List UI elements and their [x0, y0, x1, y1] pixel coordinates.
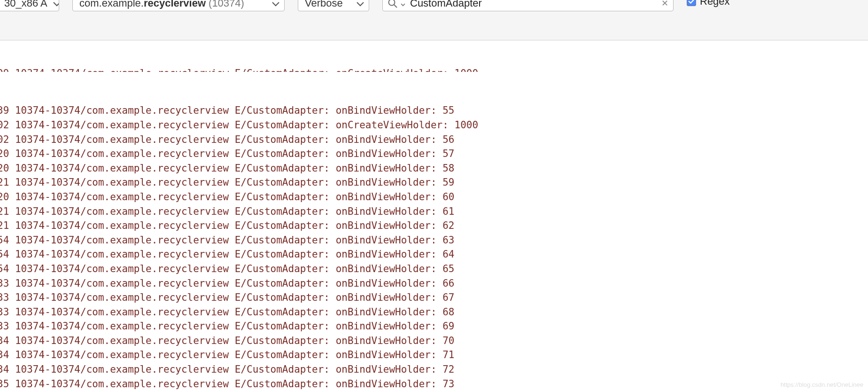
process-package-bold: recyclerview: [144, 0, 206, 9]
chevron-down-icon: [356, 0, 364, 9]
log-level-label: Verbose: [305, 0, 343, 9]
log-line: 54 10374-10374/com.example.recyclerview …: [0, 233, 868, 248]
process-pid: (10374): [209, 0, 244, 9]
regex-checkbox[interactable]: [687, 0, 696, 6]
log-line: 20 10374-10374/com.example.recyclerview …: [0, 190, 868, 204]
log-line: 02 10374-10374/com.example.recyclerview …: [0, 133, 868, 147]
search-icon: [388, 0, 398, 8]
log-output[interactable]: 09 10374-10374/com.example.recyclerview …: [0, 40, 868, 391]
svg-line-1: [394, 5, 397, 8]
log-line: 34 10374-10374/com.example.recyclerview …: [0, 362, 868, 377]
log-line: 33 10374-10374/com.example.recyclerview …: [0, 305, 868, 320]
logcat-toolbar: 30_x86 A com.example.recyclerview (10374…: [0, 0, 868, 40]
search-history-chevron-icon[interactable]: [401, 0, 405, 9]
log-line: 35 10374-10374/com.example.recyclerview …: [0, 377, 868, 391]
log-line: 20 10374-10374/com.example.recyclerview …: [0, 147, 868, 161]
log-line: 33 10374-10374/com.example.recyclerview …: [0, 290, 868, 305]
search-input[interactable]: CustomAdapter ✕: [382, 0, 674, 11]
watermark: https://blog.csdn.net/OneLinee: [781, 381, 863, 388]
log-line: 33 10374-10374/com.example.recyclerview …: [0, 276, 868, 291]
log-line: 21 10374-10374/com.example.recyclerview …: [0, 204, 868, 219]
svg-point-0: [389, 0, 395, 6]
log-line: 54 10374-10374/com.example.recyclerview …: [0, 247, 868, 262]
search-text: CustomAdapter: [410, 0, 661, 9]
clear-search-icon[interactable]: ✕: [661, 0, 668, 8]
regex-label: Regex: [700, 0, 730, 8]
chevron-down-icon: [53, 0, 59, 9]
log-line: 21 10374-10374/com.example.recyclerview …: [0, 219, 868, 233]
process-package-prefix: com.example.: [79, 0, 144, 9]
log-line: 33 10374-10374/com.example.recyclerview …: [0, 319, 868, 334]
log-level-dropdown[interactable]: Verbose: [298, 0, 369, 11]
device-label: 30_x86 A: [4, 0, 47, 9]
device-dropdown[interactable]: 30_x86 A: [0, 0, 59, 11]
log-line: 34 10374-10374/com.example.recyclerview …: [0, 348, 868, 362]
chevron-down-icon: [272, 0, 279, 9]
log-line: 02 10374-10374/com.example.recyclerview …: [0, 118, 868, 133]
regex-toggle[interactable]: Regex: [687, 0, 730, 8]
log-line: 54 10374-10374/com.example.recyclerview …: [0, 262, 868, 276]
log-line: 39 10374-10374/com.example.recyclerview …: [0, 103, 868, 118]
log-line: 20 10374-10374/com.example.recyclerview …: [0, 161, 868, 176]
log-line: 09 10374-10374/com.example.recyclerview …: [0, 66, 868, 72]
log-line: 34 10374-10374/com.example.recyclerview …: [0, 334, 868, 348]
process-dropdown[interactable]: com.example.recyclerview (10374): [72, 0, 285, 11]
log-line: 21 10374-10374/com.example.recyclerview …: [0, 175, 868, 190]
